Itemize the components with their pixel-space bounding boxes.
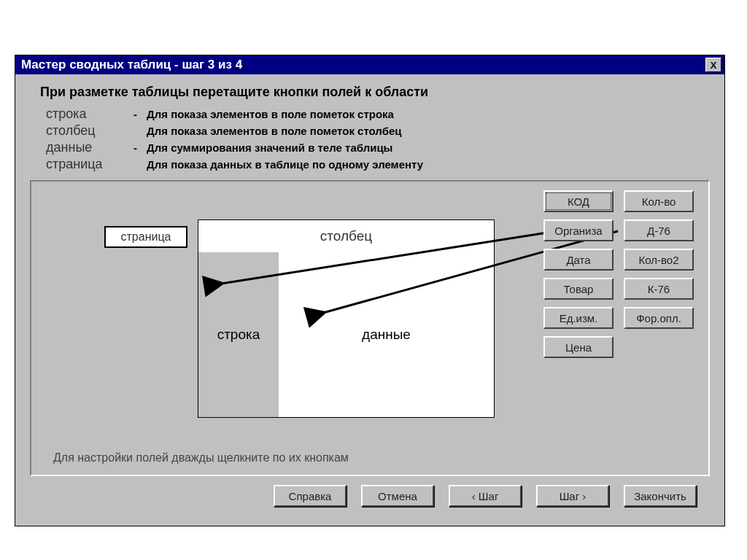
cancel-button[interactable]: Отмена [361, 485, 434, 507]
drop-zone-page[interactable]: страница [104, 226, 187, 248]
legend-row: данные - Для суммирования значений в тел… [46, 139, 710, 156]
help-button[interactable]: Справка [274, 485, 347, 507]
legend: строка - Для показа элементов в поле пом… [46, 106, 710, 173]
legend-term-row: строка [46, 106, 133, 122]
zone-data-label: данные [362, 327, 411, 343]
legend-desc-page: Для показа данных в таблице по одному эл… [147, 157, 423, 173]
legend-term-data: данные [46, 139, 133, 155]
button-row: Справка Отмена ‹ Шаг Шаг › Закончить [30, 476, 710, 517]
pivot-grid: столбец строка данные [198, 219, 495, 418]
field-unit[interactable]: Ед.изм. [543, 307, 614, 329]
zone-column-label: столбец [320, 228, 372, 244]
drop-zone-row[interactable]: строка [198, 252, 279, 417]
finish-button[interactable]: Закончить [624, 485, 697, 507]
legend-dash: - [133, 106, 147, 122]
next-button[interactable]: Шаг › [536, 485, 609, 507]
legend-desc-row: Для показа элементов в поле пометок стро… [147, 106, 394, 122]
legend-row: столбец Для показа элементов в поле поме… [46, 122, 710, 139]
legend-term-page: страница [46, 156, 133, 172]
close-icon: X [711, 60, 717, 71]
field-buttons: КОД Организа Дата Товар Ед.изм. Цена Кол… [543, 190, 694, 358]
layout-panel: страница столбец строка данные [30, 180, 710, 476]
title-bar: Мастер сводных таблиц - шаг 3 из 4 X [15, 55, 724, 74]
field-payform[interactable]: Фор.опл. [624, 307, 694, 329]
field-product[interactable]: Товар [543, 278, 614, 300]
zone-row-label: строка [217, 327, 260, 343]
legend-term-col: столбец [46, 122, 133, 139]
legend-desc-data: Для суммирования значений в теле таблицы [147, 140, 392, 156]
pivot-layout-area: страница столбец строка данные [75, 219, 484, 424]
field-col-2: Кол-во Д-76 Кол-во2 К-76 Фор.опл. [624, 190, 694, 358]
hint-text: Для настройки полей дважды щелкните по и… [53, 451, 349, 464]
field-qty[interactable]: Кол-во [624, 190, 694, 212]
dialog-body: При разметке таблицы перетащите кнопки п… [15, 74, 724, 526]
close-button[interactable]: X [705, 58, 721, 72]
drop-zone-data[interactable]: данные [279, 252, 494, 417]
drop-zone-column[interactable]: столбец [198, 220, 494, 253]
legend-dash: - [133, 140, 147, 156]
field-qty2[interactable]: Кол-во2 [624, 249, 694, 271]
field-k76[interactable]: К-76 [624, 278, 694, 300]
dialog-title: Мастер сводных таблиц - шаг 3 из 4 [21, 58, 242, 72]
legend-desc-col: Для показа элементов в поле пометок стол… [147, 123, 402, 139]
pivot-wizard-dialog: Мастер сводных таблиц - шаг 3 из 4 X При… [15, 55, 725, 526]
legend-row: строка - Для показа элементов в поле пом… [46, 106, 710, 122]
field-price[interactable]: Цена [543, 336, 614, 358]
intro-text: При разметке таблицы перетащите кнопки п… [40, 85, 710, 100]
field-kod[interactable]: КОД [543, 190, 614, 212]
field-d76[interactable]: Д-76 [624, 219, 694, 241]
field-organization[interactable]: Организа [543, 219, 614, 241]
legend-row: страница Для показа данных в таблице по … [46, 156, 710, 173]
field-date[interactable]: Дата [543, 249, 614, 271]
back-button[interactable]: ‹ Шаг [449, 485, 522, 507]
field-col-1: КОД Организа Дата Товар Ед.изм. Цена [543, 190, 614, 358]
